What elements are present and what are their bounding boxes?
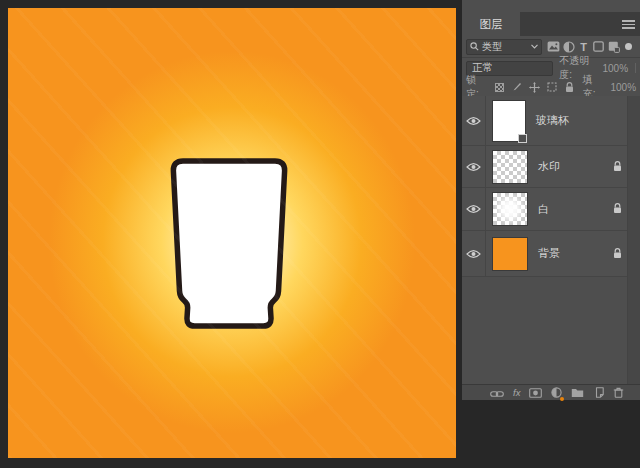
- fill-value[interactable]: 100%: [610, 82, 636, 93]
- filter-kind-icons: T: [542, 39, 636, 54]
- layers-panel-footer: fx: [462, 384, 640, 400]
- search-icon: [470, 42, 479, 51]
- panel-menu-icon[interactable]: [622, 20, 635, 29]
- visibility-cell: [462, 146, 486, 187]
- layer-name: 水印: [538, 159, 640, 174]
- panel-tab-bar: 图层: [462, 12, 640, 36]
- layer-thumbnail[interactable]: [492, 192, 528, 226]
- visibility-cell: [462, 96, 486, 145]
- lock-artboard-icon[interactable]: [546, 81, 557, 93]
- layer-thumbnail[interactable]: [492, 150, 528, 184]
- filter-adjustment-layers-icon[interactable]: [561, 39, 576, 54]
- layer-lock-icon: [613, 200, 622, 218]
- panel-scrollbar-track[interactable]: [627, 96, 640, 384]
- layer-name: 背景: [538, 246, 640, 261]
- tab-layers[interactable]: 图层: [462, 12, 520, 36]
- visibility-cell: [462, 188, 486, 230]
- white-glow-preview: [493, 193, 527, 225]
- adjustment-accent-dot: [560, 397, 564, 401]
- new-layer-icon[interactable]: [593, 384, 604, 402]
- filter-toggle-icon[interactable]: [621, 39, 636, 54]
- filter-type-layers-icon[interactable]: T: [576, 39, 591, 54]
- filter-type-dropdown[interactable]: 类型: [466, 39, 542, 55]
- new-adjustment-layer-icon[interactable]: [551, 387, 562, 398]
- layer-style-fx-icon[interactable]: fx: [513, 388, 520, 397]
- lock-all-icon[interactable]: [563, 81, 574, 93]
- layer-row-glass-cup[interactable]: 玻璃杯: [462, 96, 640, 146]
- lock-pixels-brush-icon[interactable]: [511, 81, 522, 93]
- lock-position-move-icon[interactable]: [529, 81, 540, 93]
- blend-mode-row: 正常 不透明度: 100%: [462, 58, 640, 78]
- layers-tab-label: 图层: [480, 17, 503, 32]
- layers-list: 玻璃杯 水印: [462, 96, 640, 277]
- filter-type-label: 类型: [482, 40, 502, 54]
- delete-layer-trash-icon[interactable]: [613, 384, 624, 402]
- layer-lock-icon: [613, 245, 622, 263]
- eye-icon[interactable]: [466, 204, 481, 214]
- glass-cup-shape: [170, 158, 288, 332]
- layer-name: 玻璃杯: [536, 113, 640, 128]
- layer-lock-icon: [613, 158, 622, 176]
- layer-badge-icon: [518, 134, 527, 143]
- filter-shape-layers-icon[interactable]: [591, 39, 606, 54]
- add-layer-mask-icon[interactable]: [529, 384, 542, 402]
- eye-icon[interactable]: [466, 116, 481, 126]
- layer-row-watermark[interactable]: 水印: [462, 146, 640, 188]
- layer-row-background[interactable]: 背景: [462, 231, 640, 277]
- link-layers-icon[interactable]: [490, 384, 504, 402]
- filter-pixel-layers-icon[interactable]: [546, 39, 561, 54]
- layer-thumbnail[interactable]: [492, 237, 528, 271]
- layers-panel: 图层 类型: [462, 0, 640, 400]
- chevron-down-icon: [531, 44, 538, 49]
- divider: [635, 63, 636, 73]
- new-group-folder-icon[interactable]: [571, 384, 584, 402]
- opacity-value[interactable]: 100%: [602, 63, 628, 74]
- lock-transparency-icon[interactable]: [494, 81, 505, 93]
- visibility-cell: [462, 231, 486, 276]
- eye-icon[interactable]: [466, 162, 481, 172]
- eye-icon[interactable]: [466, 249, 481, 259]
- layer-thumbnail[interactable]: [492, 100, 526, 142]
- filter-smart-object-icon[interactable]: [606, 39, 621, 54]
- lock-row: 锁定: 填充: 100%: [462, 78, 640, 96]
- layer-row-white[interactable]: 白: [462, 188, 640, 231]
- layer-name: 白: [538, 202, 640, 217]
- document-canvas[interactable]: [8, 8, 456, 458]
